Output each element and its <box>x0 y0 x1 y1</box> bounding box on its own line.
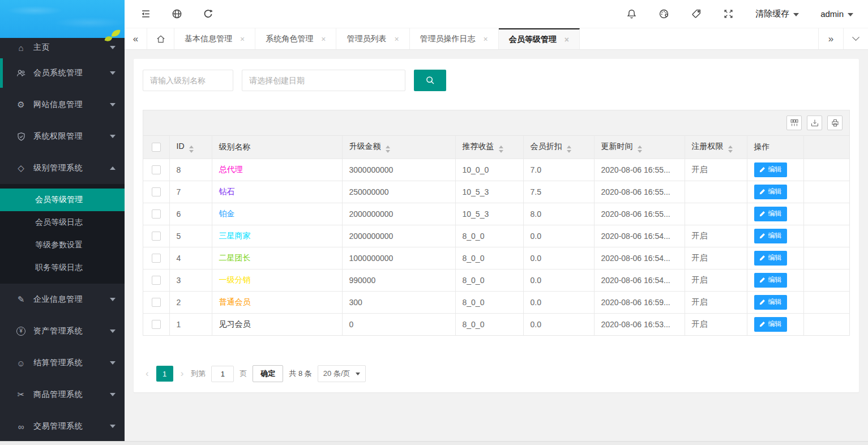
print-button[interactable] <box>827 115 843 130</box>
goto-page-input[interactable] <box>211 366 234 382</box>
next-page-button[interactable]: › <box>179 368 186 379</box>
level-name-link[interactable]: 二星团长 <box>219 253 251 262</box>
sidebar-subitem[interactable]: 会员等级管理 <box>0 189 125 211</box>
globe-icon[interactable] <box>172 8 182 19</box>
tab[interactable]: 会员等级管理× <box>499 28 580 49</box>
level-name-link[interactable]: 铂金 <box>219 209 235 218</box>
filler-cell <box>803 203 849 225</box>
column-label: 升级金额 <box>349 142 381 151</box>
close-icon[interactable]: × <box>484 35 488 44</box>
sidebar-item[interactable]: ∞交易管理系统 <box>0 410 125 442</box>
close-icon[interactable]: × <box>394 35 399 44</box>
tab-label: 管理员列表 <box>347 34 386 44</box>
column-header[interactable]: 更新时间 <box>594 136 685 159</box>
chevron-down-icon <box>110 135 116 138</box>
tabs-scroll-left-button[interactable]: « <box>125 28 147 49</box>
per-page-select[interactable]: 20 条/页 <box>318 365 366 382</box>
edit-button[interactable]: 编辑 <box>754 251 787 266</box>
level-name-link[interactable]: 普通会员 <box>219 297 251 306</box>
export-button[interactable] <box>807 115 822 130</box>
home-icon: ⌂ <box>15 43 27 53</box>
cell-updated-time: 2020-08-06 16:54... <box>594 225 685 247</box>
edit-button[interactable]: 编辑 <box>754 162 787 177</box>
sort-icon[interactable] <box>567 146 571 153</box>
row-checkbox[interactable] <box>152 187 161 196</box>
level-name-link[interactable]: 钻石 <box>219 187 235 196</box>
bell-icon[interactable] <box>626 8 637 19</box>
sort-icon[interactable] <box>499 146 503 153</box>
close-icon[interactable]: × <box>565 35 569 44</box>
row-checkbox[interactable] <box>152 165 161 174</box>
column-header[interactable]: 推荐收益 <box>455 136 523 159</box>
sidebar-item[interactable]: ◇级别管理系统 <box>0 152 125 184</box>
level-name-input[interactable] <box>143 70 233 91</box>
column-header[interactable]: 注册权限 <box>685 136 747 159</box>
user-dropdown[interactable]: admin <box>820 9 853 19</box>
fullscreen-icon[interactable] <box>723 8 734 19</box>
column-header[interactable]: 升级金额 <box>342 136 455 159</box>
level-name-link[interactable]: 见习会员 <box>219 319 251 328</box>
sort-icon[interactable] <box>638 146 642 153</box>
select-all-checkbox[interactable] <box>152 143 161 152</box>
edit-button[interactable]: 编辑 <box>754 207 787 221</box>
prev-page-button[interactable]: ‹ <box>144 368 151 379</box>
clear-cache-dropdown[interactable]: 清除缓存 <box>755 8 799 19</box>
column-header[interactable]: ID <box>169 136 212 159</box>
filler-cell <box>803 225 849 247</box>
sidebar-item-label: 企业信息管理 <box>33 294 110 305</box>
tabs-scroll-right-button[interactable]: » <box>818 28 843 49</box>
sidebar-item[interactable]: ☺结算管理系统 <box>0 347 125 379</box>
create-date-input[interactable] <box>242 70 405 91</box>
sidebar-item[interactable]: ¥资产管理系统 <box>0 315 125 347</box>
column-header[interactable]: 会员折扣 <box>523 136 594 159</box>
tab-home[interactable] <box>147 28 174 49</box>
level-name-link[interactable]: 总代理 <box>219 165 243 174</box>
tab[interactable]: 管理员列表× <box>336 28 409 49</box>
sidebar-item[interactable]: 会员系统管理 <box>0 57 125 89</box>
sidebar-subitem[interactable]: 职务等级日志 <box>0 256 125 279</box>
tabs-menu-button[interactable] <box>843 28 868 49</box>
tab[interactable]: 基本信息管理× <box>174 28 255 49</box>
filler-cell <box>803 247 849 269</box>
close-icon[interactable]: × <box>321 35 326 44</box>
filter-columns-button[interactable] <box>786 115 802 130</box>
sidebar-item[interactable]: ✎企业信息管理 <box>0 284 125 315</box>
row-checkbox[interactable] <box>152 320 161 329</box>
edit-button[interactable]: 编辑 <box>754 185 787 199</box>
chevron-down-icon <box>110 71 116 75</box>
edit-button[interactable]: 编辑 <box>754 273 787 288</box>
row-checkbox[interactable] <box>152 298 161 307</box>
edit-button[interactable]: 编辑 <box>754 295 787 310</box>
tab-label: 会员等级管理 <box>509 35 557 45</box>
sidebar-item-label: 级别管理系统 <box>33 163 110 173</box>
sort-icon[interactable] <box>728 146 733 153</box>
close-icon[interactable]: × <box>240 35 245 44</box>
sidebar-subitem[interactable]: 等级参数设置 <box>0 234 125 256</box>
row-checkbox[interactable] <box>152 276 161 285</box>
row-checkbox[interactable] <box>152 209 161 219</box>
row-checkbox[interactable] <box>152 232 161 241</box>
sort-icon[interactable] <box>189 146 194 153</box>
tab[interactable]: 管理员操作日志× <box>410 28 499 49</box>
tab[interactable]: 系统角色管理× <box>255 28 336 49</box>
sidebar-item[interactable]: ⚙网站信息管理 <box>0 89 125 121</box>
horizontal-scrollbar[interactable] <box>0 441 868 445</box>
refresh-icon[interactable] <box>203 8 213 19</box>
edit-button[interactable]: 编辑 <box>754 229 787 243</box>
theme-palette-icon[interactable] <box>659 8 669 19</box>
yen-icon: ¥ <box>15 327 27 336</box>
level-name-link[interactable]: 三星商家 <box>219 231 251 240</box>
current-page-button[interactable]: 1 <box>156 366 173 382</box>
sidebar-item[interactable]: 系统权限管理 <box>0 121 125 152</box>
collapse-sidebar-icon[interactable] <box>140 8 151 19</box>
search-button[interactable] <box>414 70 446 91</box>
tag-icon[interactable] <box>691 8 702 19</box>
sidebar-subitem[interactable]: 会员等级日志 <box>0 211 125 234</box>
edit-button-label: 编辑 <box>768 187 782 196</box>
confirm-page-button[interactable]: 确定 <box>253 365 283 382</box>
sort-icon[interactable] <box>386 146 390 153</box>
edit-button[interactable]: 编辑 <box>754 317 787 332</box>
level-name-link[interactable]: 一级分销 <box>219 275 251 284</box>
row-checkbox[interactable] <box>152 254 161 263</box>
sidebar-item[interactable]: ✂商品管理系统 <box>0 379 125 410</box>
